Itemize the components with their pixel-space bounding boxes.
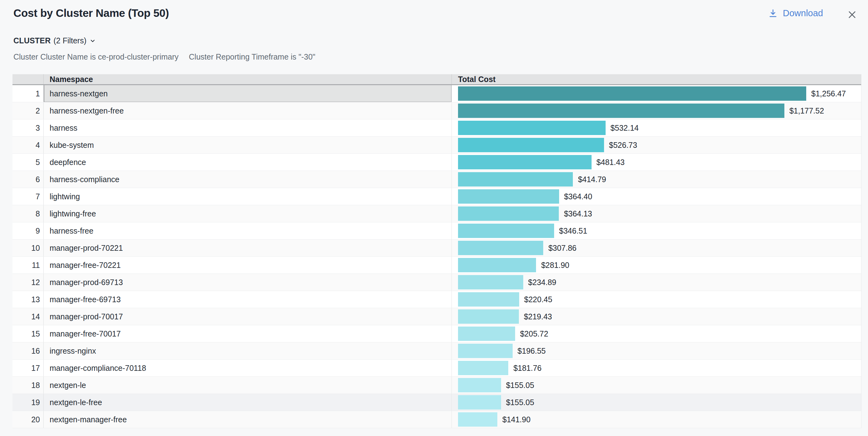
table-row[interactable]: 17 manager-compliance-70118 $181.76: [12, 360, 861, 377]
table-row[interactable]: 14 manager-prod-70017 $219.43: [12, 308, 861, 325]
table-row[interactable]: 9 harness-free $346.51: [12, 222, 861, 240]
cost-bar: [458, 189, 559, 204]
cost-value-label: $1,256.47: [811, 89, 846, 98]
cost-value-label: $220.45: [524, 295, 552, 304]
cost-bar: [458, 412, 497, 427]
total-cost-cell: $364.40: [452, 188, 861, 205]
total-cost-cell: $414.79: [452, 171, 861, 188]
column-header-total-cost[interactable]: Total Cost: [452, 74, 861, 84]
download-button[interactable]: Download: [768, 8, 823, 19]
row-number: 17: [12, 360, 44, 376]
filter-count-label: (2 Filters): [53, 36, 86, 45]
total-cost-cell: $526.73: [452, 136, 861, 153]
total-cost-cell: $281.90: [452, 257, 861, 274]
table-row[interactable]: 1 harness-nextgen $1,256.47: [12, 85, 861, 102]
cost-value-label: $307.86: [548, 244, 576, 253]
namespace-cell[interactable]: lightwing-free: [44, 205, 452, 222]
namespace-cell[interactable]: nextgen-le: [44, 377, 452, 394]
table-row[interactable]: 8 lightwing-free $364.13: [12, 205, 861, 222]
row-number: 11: [12, 257, 44, 274]
cost-bar: [458, 292, 519, 307]
cost-bar: [458, 121, 606, 135]
cost-bar: [458, 326, 515, 341]
namespace-cell[interactable]: manager-prod-70017: [44, 308, 452, 325]
cost-bar: [458, 258, 536, 272]
close-button[interactable]: [845, 7, 859, 22]
namespace-cell[interactable]: manager-free-70221: [44, 257, 452, 274]
table-row[interactable]: 3 harness $532.14: [12, 120, 861, 136]
table-row[interactable]: 5 deepfence $481.43: [12, 154, 861, 171]
cost-value-label: $219.43: [524, 312, 552, 321]
table-header-row: Namespace Total Cost: [12, 74, 861, 85]
table-row[interactable]: 12 manager-prod-69713 $234.89: [12, 274, 861, 291]
total-cost-cell: $532.14: [452, 120, 861, 136]
namespace-cell[interactable]: kube-system: [44, 136, 452, 153]
table-row[interactable]: 13 manager-free-69713 $220.45: [12, 291, 861, 308]
namespace-cell[interactable]: ingress-nginx: [44, 342, 452, 359]
cost-value-label: $155.05: [506, 398, 534, 407]
table-row[interactable]: 20 nextgen-manager-free $141.90: [12, 411, 861, 428]
total-cost-cell: $346.51: [452, 222, 861, 239]
namespace-cell[interactable]: harness-nextgen-free: [44, 102, 452, 119]
cost-value-label: $346.51: [559, 226, 587, 236]
total-cost-cell: $196.55: [452, 342, 861, 359]
total-cost-cell: $481.43: [452, 154, 861, 170]
cost-bar: [458, 395, 501, 409]
column-header-namespace[interactable]: Namespace: [44, 74, 452, 84]
download-icon: [768, 8, 778, 18]
applied-filters: Cluster Cluster Name is ce-prod-cluster-…: [13, 53, 315, 61]
namespace-cell[interactable]: lightwing: [44, 188, 452, 205]
cost-value-label: $1,177.52: [789, 106, 824, 115]
namespace-cell[interactable]: deepfence: [44, 154, 452, 170]
namespace-cell[interactable]: harness: [44, 120, 452, 136]
row-number: 19: [12, 394, 44, 411]
cost-bar: [458, 138, 604, 152]
cost-bar: [458, 241, 543, 255]
table-row[interactable]: 10 manager-prod-70221 $307.86: [12, 240, 861, 257]
table-row[interactable]: 19 nextgen-le-free $155.05: [12, 394, 861, 411]
namespace-cell[interactable]: nextgen-manager-free: [44, 411, 452, 428]
namespace-cell[interactable]: manager-prod-69713: [44, 274, 452, 291]
page-title: Cost by Cluster Name (Top 50): [13, 7, 169, 19]
total-cost-cell: $220.45: [452, 291, 861, 308]
table-row[interactable]: 16 ingress-nginx $196.55: [12, 342, 861, 360]
table-row[interactable]: 2 harness-nextgen-free $1,177.52: [12, 102, 861, 120]
row-number: 8: [12, 205, 44, 222]
row-number: 7: [12, 188, 44, 205]
cost-bar: [458, 361, 508, 375]
row-number: 5: [12, 154, 44, 170]
cost-by-cluster-panel: Cost by Cluster Name (Top 50) Download C…: [0, 0, 868, 436]
namespace-cell[interactable]: manager-free-70017: [44, 325, 452, 342]
total-cost-cell: $181.76: [452, 360, 861, 376]
total-cost-cell: $155.05: [452, 394, 861, 411]
row-number: 12: [12, 274, 44, 291]
table-row[interactable]: 6 harness-compliance $414.79: [12, 171, 861, 188]
table-body: 1 harness-nextgen $1,256.47 2 harness-ne…: [12, 85, 861, 428]
cost-value-label: $364.40: [564, 192, 592, 201]
table-row[interactable]: 4 kube-system $526.73: [12, 136, 861, 154]
namespace-cell[interactable]: manager-compliance-70118: [44, 360, 452, 376]
cost-value-label: $281.90: [541, 261, 569, 270]
row-number: 2: [12, 102, 44, 119]
applied-filter-timeframe: Cluster Reporting Timeframe is "-30": [189, 53, 315, 61]
cluster-filters-dropdown[interactable]: CLUSTER (2 Filters): [13, 36, 96, 45]
table-row[interactable]: 7 lightwing $364.40: [12, 188, 861, 205]
total-cost-cell: $219.43: [452, 308, 861, 325]
chevron-down-icon: [89, 37, 96, 44]
namespace-cell[interactable]: manager-free-69713: [44, 291, 452, 308]
namespace-cell[interactable]: nextgen-le-free: [44, 394, 452, 411]
table-row[interactable]: 15 manager-free-70017 $205.72: [12, 325, 861, 342]
cost-value-label: $141.90: [502, 415, 530, 424]
download-label: Download: [783, 8, 823, 19]
namespace-cell[interactable]: harness-nextgen: [44, 85, 452, 102]
table-row[interactable]: 18 nextgen-le $155.05: [12, 377, 861, 394]
total-cost-cell: $141.90: [452, 411, 861, 428]
namespace-cell[interactable]: manager-prod-70221: [44, 240, 452, 256]
cost-bar: [458, 309, 519, 324]
cost-table: Namespace Total Cost 1 harness-nextgen $…: [12, 74, 862, 428]
namespace-cell[interactable]: harness-compliance: [44, 171, 452, 188]
namespace-cell[interactable]: harness-free: [44, 222, 452, 239]
total-cost-cell: $234.89: [452, 274, 861, 291]
cost-bar: [458, 207, 559, 221]
table-row[interactable]: 11 manager-free-70221 $281.90: [12, 257, 861, 274]
